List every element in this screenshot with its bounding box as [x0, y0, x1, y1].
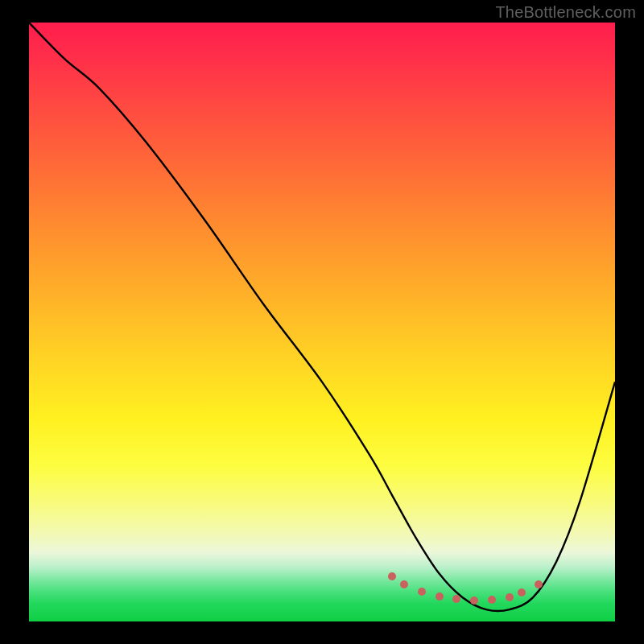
plot-area	[29, 23, 615, 621]
marker-dot	[388, 572, 396, 580]
marker-dot	[470, 597, 478, 605]
chart-frame: TheBottleneck.com	[0, 0, 644, 644]
flat-region-markers	[29, 23, 615, 621]
marker-dot	[418, 588, 426, 596]
marker-dot	[518, 588, 526, 597]
marker-dot	[452, 595, 460, 603]
marker-dot	[488, 596, 496, 604]
marker-dot	[436, 592, 444, 601]
marker-dot	[400, 580, 408, 588]
marker-dot	[506, 593, 514, 601]
marker-dot	[535, 580, 543, 588]
watermark-text: TheBottleneck.com	[495, 3, 636, 22]
